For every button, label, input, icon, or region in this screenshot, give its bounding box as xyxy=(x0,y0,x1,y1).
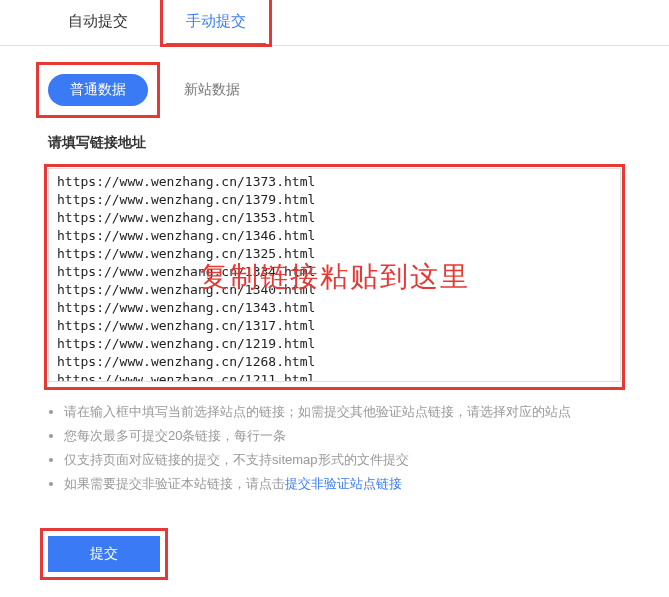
hint-item: 请在输入框中填写当前选择站点的链接；如需提交其他验证站点链接，请选择对应的站点 xyxy=(64,400,621,424)
submit-button[interactable]: 提交 xyxy=(48,536,160,572)
content-area: 普通数据 新站数据 请填写链接地址 复制链接粘贴到这里 请在输入框中填写当前选择… xyxy=(0,46,669,592)
tab-manual-submit[interactable]: 手动提交 xyxy=(166,0,266,45)
hint-item: 您每次最多可提交20条链接，每行一条 xyxy=(64,424,621,448)
submit-wrapper: 提交 xyxy=(48,536,160,572)
tab-auto-submit[interactable]: 自动提交 xyxy=(48,0,148,45)
subtab-normal-data[interactable]: 普通数据 xyxy=(48,74,148,106)
hints-list: 请在输入框中填写当前选择站点的链接；如需提交其他验证站点链接，请选择对应的站点 … xyxy=(48,400,621,496)
top-tabs: 自动提交 手动提交 xyxy=(0,0,669,46)
subtab-normal-label: 普通数据 xyxy=(70,81,126,97)
hint-text: 如果需要提交非验证本站链接，请点击 xyxy=(64,476,285,491)
subtab-new-site[interactable]: 新站数据 xyxy=(184,81,240,99)
textarea-wrapper: 复制链接粘贴到这里 xyxy=(48,168,621,386)
url-input[interactable] xyxy=(48,168,621,382)
non-verified-link[interactable]: 提交非验证站点链接 xyxy=(285,476,402,491)
hint-item: 如果需要提交非验证本站链接，请点击提交非验证站点链接 xyxy=(64,472,621,496)
sub-tabs: 普通数据 新站数据 xyxy=(48,74,621,106)
hint-item: 仅支持页面对应链接的提交，不支持sitemap形式的文件提交 xyxy=(64,448,621,472)
tab-manual-label: 手动提交 xyxy=(186,12,246,29)
section-label: 请填写链接地址 xyxy=(48,134,621,152)
